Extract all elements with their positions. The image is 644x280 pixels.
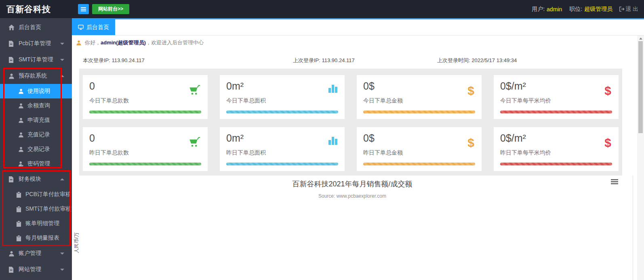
sidebar-item-account-management[interactable]: 账户管理 bbox=[0, 245, 72, 261]
front-site-button[interactable]: 网站前台>> bbox=[92, 4, 129, 14]
chevron-up-icon bbox=[60, 75, 64, 77]
sidebar-subitem-bill-detail-management[interactable]: 账单明细管理 bbox=[0, 216, 72, 231]
stat-card-yesterday-orders: 0 昨日下单总款数 bbox=[83, 127, 208, 171]
sidebar-item-label: 财务模块 bbox=[19, 176, 41, 183]
sales-chart: 百新谷科技2021年每月销售额/成交额 Source: www.pcbaexpl… bbox=[72, 176, 633, 280]
sidebar-item-label: 网站管理 bbox=[19, 266, 41, 273]
stat-label: 今日下单总金额 bbox=[363, 97, 475, 104]
top-header: 百新谷科技 网站前台>> 用户: admin 职位: 超级管理员 退 出 bbox=[0, 0, 644, 18]
sidebar-item-finance-module[interactable]: 财务模块 bbox=[0, 171, 72, 187]
user-icon bbox=[8, 251, 15, 257]
logout-label: 退 出 bbox=[625, 6, 638, 13]
user-icon bbox=[18, 103, 24, 109]
main-panel: 后台首页 你好，admin(超级管理员)，欢迎进入后台管理中心 本次登录IP: … bbox=[72, 18, 644, 280]
dollar-icon: $ bbox=[604, 137, 611, 149]
collapse-menu-button[interactable] bbox=[78, 4, 89, 14]
dashboard-content: 你好，admin(超级管理员)，欢迎进入后台管理中心 本次登录IP: 113.9… bbox=[72, 36, 644, 280]
stat-value: 0m² bbox=[226, 80, 338, 92]
tab-label: 后台首页 bbox=[86, 24, 109, 31]
chevron-down-icon bbox=[60, 43, 64, 45]
chart-source: Source: www.pcbaexplorer.com bbox=[72, 193, 633, 199]
tab-bar: 后台首页 bbox=[72, 19, 644, 36]
sidebar-item-label: 后台首页 bbox=[19, 24, 41, 31]
sidebar-item-home[interactable]: 后台首页 bbox=[0, 19, 72, 36]
sidebar-item-label: 账户管理 bbox=[19, 250, 41, 257]
last-login-time: 上次登录时间: 2022/5/17 13:49:34 bbox=[437, 57, 517, 64]
sidebar-subitem-monthly-sales-report[interactable]: 每月销量报表 bbox=[0, 231, 72, 245]
sidebar-item-pcb-orders[interactable]: Pcb订单管理 bbox=[0, 36, 72, 52]
stat-label: 昨日下单总面积 bbox=[226, 149, 338, 157]
sidebar-item-website-management[interactable]: 网站管理 bbox=[0, 261, 72, 278]
sidebar-subitem-label: SMT订单付款审核 bbox=[25, 205, 72, 213]
bar-chart-icon bbox=[328, 85, 337, 93]
tab-dashboard[interactable]: 后台首页 bbox=[72, 19, 115, 35]
sidebar-subitem-password-management[interactable]: 密码管理 bbox=[0, 157, 72, 171]
stat-card-today-amount: 0$ 今日下单总金额 $ bbox=[357, 75, 482, 119]
chevron-down-icon bbox=[60, 269, 64, 271]
progress-bar bbox=[500, 111, 612, 113]
progress-bar bbox=[226, 163, 338, 165]
sidebar-item-label: SMT订单管理 bbox=[19, 56, 53, 63]
scroll-up-arrow-icon[interactable] bbox=[639, 38, 642, 40]
document-icon bbox=[8, 176, 15, 182]
dollar-icon: $ bbox=[467, 85, 474, 97]
stat-label: 昨日下单总款数 bbox=[89, 149, 201, 157]
sidebar-subitem-usage-guide[interactable]: 使用说明 bbox=[0, 84, 72, 98]
chart-title: 百新谷科技2021年每月销售额/成交额 bbox=[72, 179, 633, 189]
logout-button[interactable]: 退 出 bbox=[619, 6, 638, 13]
user-icon bbox=[18, 117, 24, 123]
cart-icon bbox=[188, 85, 200, 96]
vertical-scrollbar[interactable] bbox=[637, 36, 644, 280]
dollar-icon: $ bbox=[467, 137, 474, 149]
scrollbar-thumb[interactable] bbox=[638, 41, 643, 133]
stat-card-yesterday-area: 0m² 昨日下单总面积 bbox=[220, 127, 345, 171]
login-info-row: 本次登录IP: 113.90.24.117 上次登录IP: 113.90.24.… bbox=[72, 57, 644, 63]
sidebar: 后台首页 Pcb订单管理 SMT订单管理 预存款系统 bbox=[0, 18, 72, 280]
header-user-area: 用户: admin 职位: 超级管理员 退 出 bbox=[524, 6, 644, 13]
progress-bar bbox=[363, 111, 475, 113]
sidebar-subitem-pcb-payment-review[interactable]: PCB订单付款审核 bbox=[0, 187, 72, 202]
clipboard-icon bbox=[16, 235, 22, 241]
stat-card-today-area: 0m² 今日下单总面积 bbox=[220, 75, 345, 119]
sidebar-item-label: Pcb订单管理 bbox=[19, 40, 51, 47]
stat-value: 0m² bbox=[226, 132, 338, 144]
sidebar-subitem-label: 每月销量报表 bbox=[25, 234, 59, 242]
sidebar-subitem-label: PCB订单付款审核 bbox=[25, 191, 71, 198]
progress-bar bbox=[363, 163, 475, 165]
sidebar-subitem-label: 交易记录 bbox=[27, 146, 50, 153]
monitor-icon bbox=[78, 25, 84, 30]
sidebar-item-prepaid-system[interactable]: 预存款系统 bbox=[0, 68, 72, 84]
sidebar-subitem-transaction-records[interactable]: 交易记录 bbox=[0, 142, 72, 157]
progress-bar bbox=[226, 111, 338, 113]
chevron-up-icon bbox=[60, 178, 64, 180]
sidebar-subitem-label: 密码管理 bbox=[27, 160, 50, 167]
home-icon bbox=[8, 25, 15, 30]
sidebar-subitem-smt-payment-review[interactable]: SMT订单付款审核 bbox=[0, 202, 72, 216]
sidebar-subitem-label: 充值记录 bbox=[27, 131, 50, 138]
document-icon bbox=[8, 267, 15, 273]
clipboard-icon bbox=[16, 221, 22, 227]
username: admin bbox=[547, 6, 562, 13]
welcome-user: admin(超级管理员) bbox=[101, 40, 146, 46]
user-icon bbox=[18, 88, 24, 94]
sidebar-subitem-balance-query[interactable]: 余额查询 bbox=[0, 98, 72, 113]
app-logo: 百新谷科技 bbox=[0, 4, 72, 15]
stat-card-yesterday-amount: 0$ 昨日下单总金额 $ bbox=[357, 127, 482, 171]
current-login-ip: 本次登录IP: 113.90.24.117 bbox=[83, 57, 145, 64]
stat-value: 0 bbox=[89, 80, 201, 92]
stat-value: 0$/m² bbox=[500, 80, 612, 92]
stat-label: 今日下单总款数 bbox=[89, 97, 201, 104]
welcome-message: 你好，admin(超级管理员)，欢迎进入后台管理中心 bbox=[76, 39, 644, 46]
sidebar-subitem-recharge-records[interactable]: 充值记录 bbox=[0, 127, 72, 142]
chart-menu-icon[interactable] bbox=[611, 179, 618, 184]
user-icon bbox=[18, 132, 24, 138]
hamburger-icon bbox=[81, 7, 86, 8]
sidebar-item-smt-orders[interactable]: SMT订单管理 bbox=[0, 52, 72, 68]
stat-label: 今日下单总面积 bbox=[226, 97, 338, 104]
chevron-down-icon bbox=[60, 59, 64, 61]
stat-value: 0$/m² bbox=[500, 132, 612, 144]
sidebar-subitem-recharge-request[interactable]: 申请充值 bbox=[0, 113, 72, 127]
user-label: 用户: bbox=[532, 6, 545, 13]
welcome-text: 你好，admin(超级管理员)，欢迎进入后台管理中心 bbox=[85, 39, 204, 46]
document-icon bbox=[8, 57, 15, 63]
